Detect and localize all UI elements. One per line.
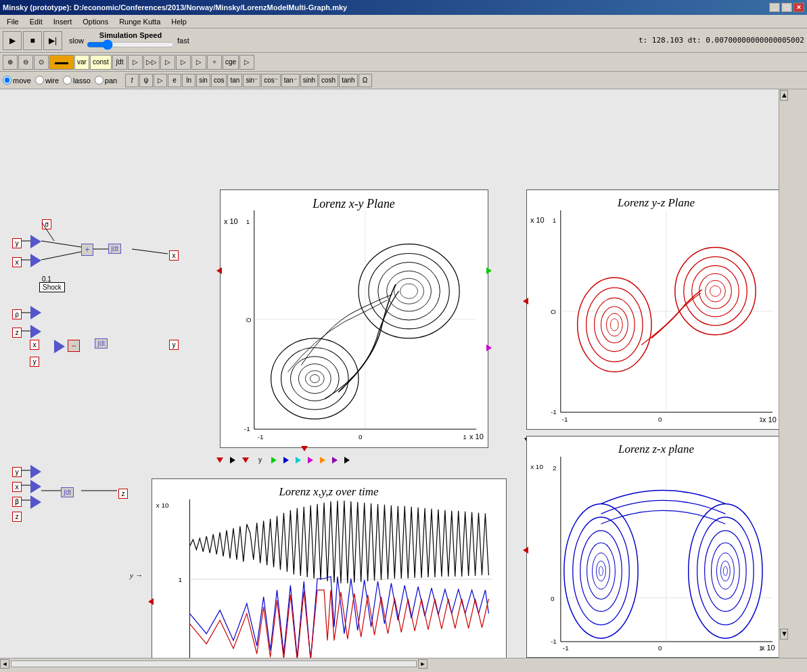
main-canvas[interactable]: Lorenz x-y Plane x 10 x 10 O 1 -1 0 1 -1 [0, 89, 798, 658]
graph-zx-anchor-red [523, 547, 528, 554]
add-block-upper: + [81, 244, 93, 256]
tanh-button[interactable]: tanh [339, 74, 357, 87]
scroll-up-button[interactable]: ▲ [780, 90, 788, 101]
x-output-upper: x [169, 250, 179, 261]
minus-block: − [68, 340, 80, 352]
graph-xy-anchor-green-right [486, 267, 492, 274]
close-button[interactable]: ✕ [793, 3, 804, 12]
svg-text:1: 1 [463, 433, 467, 441]
plot-button[interactable]: ▬▬ [49, 55, 74, 70]
menu-runge-kutta[interactable]: Runge Kutta [114, 16, 166, 27]
beta-var: β [12, 497, 22, 507]
svg-point-74 [587, 543, 616, 599]
tri-green [271, 457, 277, 464]
play-button[interactable]: ▶ [3, 31, 22, 50]
int-block-lower: ∫dt [95, 338, 108, 349]
menu-file[interactable]: File [1, 16, 24, 27]
title-text: Minsky (prototype): D:/economic/Conferen… [3, 3, 347, 12]
cos-button[interactable]: cos [211, 74, 227, 87]
integral-button[interactable]: ∫dt [112, 55, 127, 70]
scroll-down-button[interactable]: ▼ [780, 629, 788, 640]
scroll-right-button[interactable]: ► [418, 659, 428, 669]
svg-text:1: 1 [246, 218, 250, 225]
cge-button[interactable]: cge [223, 55, 239, 70]
svg-text:x 10: x 10 [761, 644, 775, 652]
svg-point-13 [281, 348, 348, 410]
cosh-button[interactable]: cosh [319, 74, 338, 87]
sinh-button[interactable]: sinh [300, 74, 318, 87]
zoom-reset-button[interactable]: ⊙ [34, 55, 49, 70]
svg-point-17 [310, 375, 319, 383]
arrow1-button[interactable]: ▷ [128, 55, 143, 70]
svg-point-71 [564, 503, 638, 638]
svg-text:0: 0 [359, 433, 363, 441]
sin-button[interactable]: sin [196, 74, 210, 87]
psi-button[interactable]: ψ [139, 74, 153, 87]
menu-bar: File Edit Insert Options Runge Kutta Hel… [0, 15, 807, 28]
zoom-out-button[interactable]: ⊖ [18, 55, 33, 70]
arrow4-button[interactable]: ▷ [176, 55, 191, 70]
menu-edit[interactable]: Edit [24, 16, 48, 27]
maximize-button[interactable]: □ [781, 3, 792, 12]
ln-button[interactable]: ln [182, 74, 195, 87]
minimize-button[interactable]: _ [769, 3, 780, 12]
stop-button[interactable]: ■ [23, 31, 42, 50]
bottom-bar: ◄ ► [0, 658, 807, 669]
zoom-in-button[interactable]: ⊕ [3, 55, 18, 70]
mode-wire[interactable]: wire [35, 76, 59, 85]
divide-button[interactable]: ÷ [207, 55, 222, 70]
mode-radio-group: move wire lasso pan [3, 76, 117, 85]
atan-button[interactable]: tan⁻ [281, 74, 300, 87]
z-var-upper: z [12, 328, 22, 338]
svg-text:O: O [551, 308, 556, 315]
svg-line-89 [41, 252, 81, 260]
svg-point-23 [400, 284, 418, 298]
step-button[interactable]: ▶| [43, 31, 62, 50]
svg-point-40 [606, 313, 622, 336]
t-button[interactable]: t [125, 74, 139, 87]
y-var-bot: y [12, 467, 22, 477]
graph-xy: Lorenz x-y Plane x 10 x 10 O 1 -1 0 1 -1 [220, 189, 488, 448]
svg-point-43 [684, 256, 747, 325]
svg-point-16 [305, 371, 324, 387]
arrow6-button[interactable]: ▷ [239, 55, 254, 70]
tri-block-6 [30, 465, 41, 478]
graph-yz-title: Lorenz y-z Plane [617, 196, 695, 209]
svg-point-12 [271, 338, 359, 419]
menu-insert[interactable]: Insert [48, 16, 78, 27]
mode-move[interactable]: move [3, 76, 31, 85]
horizontal-scrollbar[interactable] [11, 660, 417, 667]
sim-speed-area: slow Simulation Speed fast [69, 31, 189, 50]
tan-button[interactable]: tan [227, 74, 242, 87]
speed-slider[interactable] [87, 39, 175, 50]
y-label-xy: y [258, 456, 262, 464]
arrow2-button[interactable]: ▷▷ [143, 55, 160, 70]
mode-pan[interactable]: pan [95, 76, 117, 85]
y-input-label: y → [130, 571, 143, 579]
svg-point-46 [706, 280, 726, 302]
graph-xy-anchor-red-bottom [301, 446, 308, 451]
e-button[interactable]: e [168, 74, 181, 87]
arrow5-button[interactable]: ▷ [191, 55, 206, 70]
tri-block-2 [30, 254, 41, 267]
tri-block-7 [30, 480, 41, 493]
menu-help[interactable]: Help [166, 16, 192, 27]
scrollbar-right[interactable]: ▲ ▼ [779, 89, 788, 658]
scroll-left-button[interactable]: ◄ [0, 659, 9, 669]
menu-options[interactable]: Options [77, 16, 114, 27]
graph-zx-svg: Lorenz z-x plane x 10 x 10 0 2 -1 0 1 -1 [527, 436, 786, 657]
svg-text:-1: -1 [551, 637, 557, 645]
const-button[interactable]: const [90, 55, 112, 70]
tri-black [230, 457, 235, 464]
tri1-button[interactable]: ▷ [154, 74, 167, 87]
toolbar1: ▶ ■ ▶| slow Simulation Speed fast t: 128… [0, 28, 807, 53]
svg-point-36 [578, 277, 651, 372]
var-button[interactable]: var [74, 55, 89, 70]
acos-button[interactable]: cos⁻ [261, 74, 281, 87]
mode-lasso[interactable]: lasso [63, 76, 91, 85]
svg-text:1: 1 [553, 217, 557, 224]
special-button[interactable]: Ω [359, 74, 372, 87]
arrow3-button[interactable]: ▷ [160, 55, 175, 70]
asin-button[interactable]: sin⁻ [243, 74, 260, 87]
svg-text:2: 2 [553, 464, 557, 472]
